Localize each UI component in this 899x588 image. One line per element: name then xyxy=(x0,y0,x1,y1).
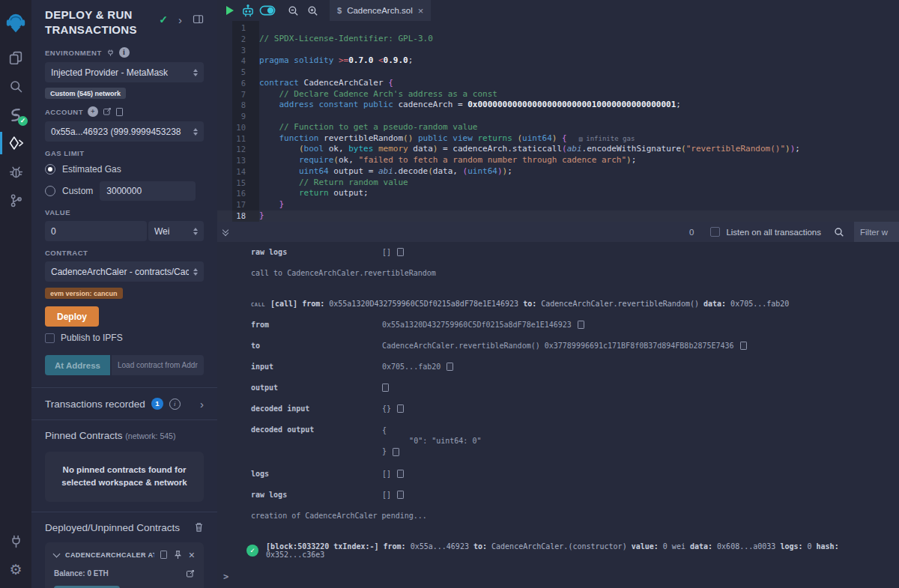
select-stepper-icon xyxy=(193,69,198,76)
copy-icon[interactable] xyxy=(397,404,404,413)
copy-icon[interactable] xyxy=(382,384,389,392)
terminal-output: raw logs[]call to CadenceArchCaler.rever… xyxy=(217,242,899,588)
copy-icon[interactable] xyxy=(397,248,404,256)
estimated-gas-option[interactable]: Estimated Gas xyxy=(45,164,204,175)
copy-icon[interactable] xyxy=(447,363,453,371)
pin-panel-icon[interactable] xyxy=(193,14,204,25)
custom-gas-radio[interactable] xyxy=(45,186,55,196)
copy-address-icon[interactable] xyxy=(160,551,167,559)
at-address-button[interactable]: At Address xyxy=(45,355,110,375)
gas-limit-label: GAS LIMIT xyxy=(45,149,204,157)
deploy-run-icon[interactable] xyxy=(0,129,31,157)
copy-icon[interactable] xyxy=(397,491,404,499)
deploy-button[interactable]: Deploy xyxy=(45,306,99,327)
pin-contract-icon[interactable] xyxy=(173,550,183,560)
value-unit-select[interactable]: Wei xyxy=(148,221,204,241)
code-line: 4pragma solidity >=0.7.0 <0.9.0; xyxy=(217,55,899,67)
copy-icon[interactable] xyxy=(740,342,747,350)
activity-bar: ✓ ⚙ xyxy=(0,0,31,588)
line-number: 17 xyxy=(217,199,255,210)
terminal-row: decoded output{ "0": "uint64: 0"} xyxy=(251,425,899,457)
code-line: 7 // Declare Cadence Arch's address as a… xyxy=(217,89,899,100)
code-line: 1 xyxy=(217,22,899,34)
account-label: ACCOUNT + xyxy=(45,106,204,117)
line-number: 5 xyxy=(217,67,255,78)
at-address-input[interactable] xyxy=(112,355,204,375)
code-editor[interactable]: 12// SPDX-License-Identifier: GPL-3.034p… xyxy=(217,21,899,222)
copilot-toggle-icon[interactable] xyxy=(258,0,277,21)
select-stepper-icon xyxy=(193,228,198,235)
environment-select[interactable]: Injected Provider - MetaMask xyxy=(45,62,204,82)
code-line: 8 address constant public cadenceArch = … xyxy=(217,100,899,111)
plugin-manager-icon[interactable] xyxy=(0,527,31,555)
publish-ipfs-label: Publish to IPFS xyxy=(61,333,123,343)
terminal-filter-input[interactable] xyxy=(854,222,899,242)
transactions-count-badge: 1 xyxy=(151,398,163,410)
edit-balance-icon[interactable] xyxy=(186,569,195,578)
copy-account-icon[interactable] xyxy=(116,108,123,116)
code-line: 10 // Function to get a pseudo-random va… xyxy=(217,122,899,133)
line-number: 18 xyxy=(217,210,255,222)
terminal-row: toCadenceArchCaler.revertibleRandom() 0x… xyxy=(251,342,899,350)
value-input[interactable]: 0 xyxy=(45,221,147,241)
code-line: 2// SPDX-License-Identifier: GPL-3.0 xyxy=(217,34,899,45)
settings-gear-icon[interactable]: ⚙ xyxy=(0,555,31,584)
environment-info-icon[interactable]: i xyxy=(119,47,130,58)
remove-contract-icon[interactable]: × xyxy=(189,550,195,560)
remix-logo-icon[interactable] xyxy=(0,6,31,40)
editor-toolbar: $ CadenceArch.sol × xyxy=(217,0,899,21)
line-number: 16 xyxy=(217,188,255,199)
terminal-prompt[interactable]: > xyxy=(223,572,228,582)
contract-expand-chevron-icon[interactable] xyxy=(53,550,61,557)
line-number: 11 xyxy=(217,133,255,145)
code-line: 17 } xyxy=(217,199,899,210)
clear-contracts-trash-icon[interactable] xyxy=(194,522,204,533)
code-line: 14 uint64 output = abi.decode(data, (uin… xyxy=(217,166,899,178)
add-account-icon[interactable]: + xyxy=(88,106,98,117)
git-icon[interactable] xyxy=(0,186,31,214)
code-line: 9 xyxy=(217,111,899,122)
line-number: 14 xyxy=(217,166,255,178)
custom-gas-input[interactable] xyxy=(100,181,196,201)
code-line: 15 // Return random value xyxy=(217,178,899,189)
contract-select[interactable]: CadenceArchCaler - contracts/Cac xyxy=(45,261,204,282)
ai-assistant-robot-icon[interactable] xyxy=(238,0,258,21)
pinned-empty-message: No pinned contracts found for selected w… xyxy=(45,452,204,502)
zoom-in-icon[interactable] xyxy=(303,0,322,21)
select-stepper-icon xyxy=(193,128,198,136)
code-line: 18} xyxy=(217,210,899,222)
debugger-icon[interactable] xyxy=(0,157,31,186)
code-line: 6contract CadenceArchCaler { xyxy=(217,78,899,89)
remix-ide: ✓ ⚙ xyxy=(0,0,899,588)
solidity-file-icon: $ xyxy=(337,6,342,15)
publish-ipfs-checkbox[interactable] xyxy=(45,333,55,343)
estimated-gas-radio[interactable] xyxy=(45,164,55,175)
terminal-row: logs[] xyxy=(251,470,899,478)
call-cadencearch-button[interactable]: cadenceArch xyxy=(54,586,120,588)
panel-title: DEPLOY & RUN TRANSACTIONS xyxy=(45,7,157,37)
tab-close-icon[interactable]: × xyxy=(418,5,424,16)
copy-icon[interactable] xyxy=(393,448,399,456)
copy-icon[interactable] xyxy=(578,321,584,329)
run-script-icon[interactable] xyxy=(226,6,234,15)
file-explorer-icon[interactable] xyxy=(0,43,31,72)
line-number: 9 xyxy=(217,111,255,122)
solidity-compiler-icon[interactable]: ✓ xyxy=(0,100,31,129)
tx-success-icon: ✓ xyxy=(246,545,258,557)
terminal-search-icon[interactable] xyxy=(833,226,845,238)
transactions-expand-icon[interactable]: › xyxy=(200,398,204,410)
copy-icon[interactable] xyxy=(397,470,404,478)
search-icon[interactable] xyxy=(0,72,31,100)
collapse-chevron-icon[interactable]: › xyxy=(178,14,182,25)
terminal-collapse-icon[interactable] xyxy=(223,229,228,235)
account-select[interactable]: 0x55a...46923 (999.9999453238 xyxy=(45,121,204,142)
sign-message-icon[interactable] xyxy=(103,107,112,116)
tab-label: CadenceArch.sol xyxy=(347,6,413,15)
deployed-contracts-title: Deployed/Unpinned Contracts xyxy=(45,522,180,533)
listen-all-checkbox[interactable] xyxy=(710,227,720,237)
evm-version-badge: evm version: cancun xyxy=(45,288,123,299)
plug-mini-icon[interactable] xyxy=(106,49,115,57)
zoom-out-icon[interactable] xyxy=(283,0,303,21)
tab-cadencearch-sol[interactable]: $ CadenceArch.sol × xyxy=(330,0,431,21)
transactions-info-icon[interactable]: i xyxy=(169,398,181,410)
